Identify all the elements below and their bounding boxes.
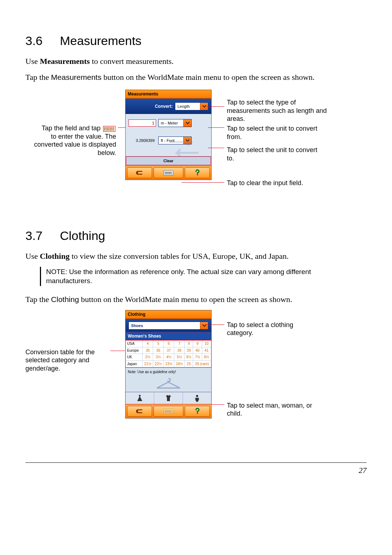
help-button[interactable] — [185, 167, 210, 178]
para-37-2: Tap the Clothing button on the WorldMate… — [25, 294, 367, 305]
keyboard-icon — [164, 170, 173, 175]
table-row: Europe35363738394041 — [126, 347, 211, 354]
size-cell: 37 — [164, 347, 174, 354]
leader-line — [181, 182, 224, 183]
keyboard-icon — [164, 409, 173, 414]
back-button[interactable] — [127, 406, 152, 417]
para-36-2: Tap the Measurements button on the World… — [25, 72, 367, 83]
back-arrow-icon — [135, 408, 144, 414]
region-cell: Europe — [126, 347, 143, 354]
size-cell: 9 — [193, 340, 202, 347]
section-heading-37: 3.7Clothing — [25, 228, 367, 244]
back-button[interactable] — [127, 167, 152, 178]
figure-clothing: Conversion table for the selected catego… — [25, 310, 367, 448]
convert-bar: Convert: Length — [126, 99, 211, 114]
size-table: USA45678910Europe35363738394041UK2½3½4½5… — [126, 340, 211, 367]
callout-from-unit: Tap to select the unit to convert from. — [227, 125, 321, 141]
tab-woman[interactable] — [126, 392, 154, 404]
keyboard-button[interactable] — [154, 167, 183, 178]
leader-line — [206, 325, 224, 325]
titlebar: Clothing — [126, 310, 211, 319]
help-button[interactable] — [185, 406, 210, 417]
callout-to-unit: Tap to select the unit to convert to. — [227, 146, 321, 162]
hanger-icon — [154, 377, 183, 390]
size-cell: 10 — [202, 340, 211, 347]
size-cell: 6½ — [185, 354, 193, 361]
size-cell: 8 — [185, 340, 193, 347]
size-cell: 36 — [153, 347, 164, 354]
size-cell: 23½ — [164, 360, 174, 367]
size-cell: 22½ — [153, 360, 164, 367]
section-heading-36: 3.6Measurements — [25, 33, 367, 49]
size-cell: 5½ — [174, 354, 185, 361]
shirt-icon — [164, 394, 172, 403]
table-row: USA45678910 — [126, 340, 211, 347]
back-arrow-icon — [135, 170, 144, 176]
page-number: 27 — [25, 465, 367, 476]
size-cell: 2½ — [143, 354, 153, 361]
size-cell: 3½ — [153, 354, 164, 361]
para-36-1: Use Measurements to convert measurements… — [25, 56, 367, 67]
size-cell: 39 — [185, 347, 193, 354]
bottom-toolbar — [126, 404, 211, 418]
child-icon — [193, 394, 201, 403]
convert-label: Convert: — [155, 103, 173, 109]
callout-clear: Tap to clear the input field. — [227, 179, 328, 187]
subcategory-label: Women's Shoes — [126, 332, 211, 340]
page-rule — [25, 462, 367, 463]
keyboard-button[interactable] — [154, 406, 183, 417]
size-cell: 4½ — [164, 354, 174, 361]
size-table-wrap: USA45678910Europe35363738394041UK2½3½4½5… — [126, 340, 211, 367]
svg-point-0 — [196, 395, 198, 397]
section-title: Measurements — [60, 34, 142, 48]
clothing-category-dropdown[interactable]: Shoes — [128, 322, 208, 330]
size-cell: 8½ — [202, 354, 211, 361]
region-cell: Japan — [126, 360, 143, 367]
table-row: UK2½3½4½5½6½7½8½ — [126, 354, 211, 361]
convert-type-dropdown[interactable]: Length — [175, 102, 208, 110]
device-clothing: Clothing Shoes Women's Shoes USA45678910… — [125, 310, 212, 419]
size-cell: 5 — [153, 340, 164, 347]
swap-arrows-icon — [168, 136, 200, 158]
category-bar: Shoes — [126, 319, 211, 332]
leader-line — [208, 148, 224, 148]
callout-category: Tap to select a clothing category. — [227, 321, 321, 337]
para-37-1: Use Clothing to view the size conversion… — [25, 251, 367, 262]
device-measurements: Measurements Convert: Length 1 m - Meter… — [125, 90, 212, 180]
size-cell: 7 — [174, 340, 185, 347]
size-cell: 41 — [202, 347, 211, 354]
chevron-down-icon — [200, 322, 208, 329]
size-cell: 26 (rare) — [193, 360, 211, 367]
note-block: NOTE: Use the information as reference o… — [40, 267, 338, 286]
region-cell: USA — [126, 340, 143, 347]
tab-man[interactable] — [154, 392, 183, 404]
titlebar: Measurements — [126, 90, 211, 99]
callout-table: Conversion table for the selected catego… — [25, 348, 109, 373]
dress-icon — [136, 394, 144, 403]
size-cell: 21½ — [143, 360, 153, 367]
size-cell: 24½ — [174, 360, 185, 367]
input-value-field[interactable]: 1 — [128, 119, 156, 127]
size-cell: 38 — [174, 347, 185, 354]
hanger-graphic — [126, 375, 211, 392]
section-number: 3.7 — [25, 228, 60, 244]
leader-line — [208, 127, 224, 128]
size-cell: 35 — [143, 347, 153, 354]
size-cell: 25 — [185, 360, 193, 367]
bottom-toolbar — [126, 166, 211, 180]
size-cell: 7½ — [193, 354, 202, 361]
help-icon — [194, 408, 201, 415]
section-title: Clothing — [60, 229, 105, 242]
tab-child[interactable] — [183, 392, 211, 404]
from-unit-dropdown[interactable]: m - Meter — [158, 119, 192, 127]
callout-convert-type: Tap to select the type of measurements s… — [227, 98, 328, 123]
chevron-down-icon — [183, 119, 191, 127]
help-icon — [194, 169, 201, 176]
gender-tabs — [126, 392, 211, 404]
region-cell: UK — [126, 354, 143, 361]
table-row: Japan21½22½23½24½2526 (rare) — [126, 360, 211, 367]
leader-line — [110, 351, 125, 351]
figure-measurements: Tap the field and tap to enter the value… — [25, 90, 367, 213]
size-cell: 4 — [143, 340, 153, 347]
convert-body: 1 m - Meter 3.2808399 ft - Foot — [126, 114, 211, 156]
